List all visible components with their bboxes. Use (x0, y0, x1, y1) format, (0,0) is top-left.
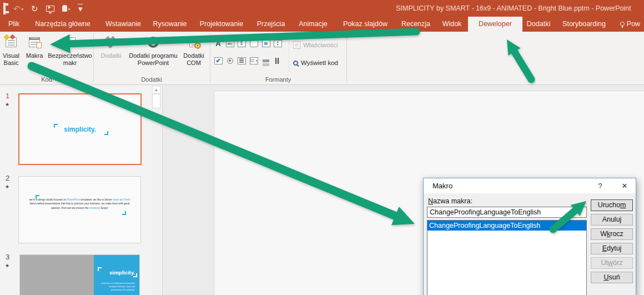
tab-pokaz-slajdow[interactable]: Pokaz slajdów (338, 17, 393, 32)
save-icon[interactable] (3, 4, 6, 13)
macro-list-item-selected[interactable]: ChangeProofingLanguageToEnglish (427, 221, 586, 231)
slide-thumbnail-1[interactable]: simplicity. (18, 93, 142, 165)
scrollbar-icon[interactable]: ▲▼ (273, 39, 282, 48)
customize-qat-icon[interactable]: ▾ (78, 4, 83, 13)
group-separator (346, 33, 347, 82)
combobox-icon[interactable]: ▼ (249, 56, 258, 65)
tab-widok[interactable]: Widok (437, 17, 466, 32)
tab-projektowanie[interactable]: Projektowanie (194, 17, 249, 32)
anuluj-button[interactable]: Anuluj (591, 214, 633, 226)
wyswietl-kod-button[interactable]: Wyświetl kod (293, 57, 338, 68)
lightbulb-icon (620, 22, 625, 26)
wlasciwosci-button: Właściwości (293, 39, 338, 51)
formanty-divider (289, 37, 289, 72)
macro-name-label: Nazwa makra: (428, 197, 472, 205)
spin-button-icon[interactable]: ▲▼ (237, 39, 246, 48)
formanty-group-label: Formanty (210, 76, 346, 83)
tab-przejscia[interactable]: Przejścia (252, 17, 290, 32)
powerpoint-add-ins-icon (127, 33, 180, 51)
ribbon: Visual Basic Makra Bezpieczeństwo makr K… (0, 32, 644, 85)
makra-button[interactable]: Makra (22, 33, 47, 82)
thumbnail-scrollbar[interactable]: ▲ (152, 85, 161, 295)
com-add-ins-icon (180, 33, 208, 51)
undo-icon[interactable]: ↶▾ (13, 4, 23, 13)
usun-button[interactable]: Usuń (591, 272, 633, 283)
add-ins-icon (97, 33, 125, 51)
group-separator (93, 33, 94, 82)
macros-icon (22, 33, 47, 51)
visual-basic-icon (1, 33, 21, 51)
scrollbar-up-arrow-icon[interactable]: ▲ (152, 86, 160, 93)
title-bar: ↶▾ ↻ ▾ ▾ SIMPLICITY by SMART - 16x9 - AN… (0, 0, 644, 17)
powerpoint-window: ↶▾ ↻ ▾ ▾ SIMPLICITY by SMART - 16x9 - AN… (0, 0, 644, 295)
tab-plik[interactable]: Plik (2, 17, 26, 32)
textbox-icon[interactable]: ab| (225, 39, 234, 48)
tab-powiedz-mi[interactable]: Pow (614, 17, 644, 32)
help-icon[interactable]: ? (593, 178, 607, 193)
animation-star-icon: ★ (5, 263, 9, 268)
window-title: SIMPLICITY by SMART - 16x9 - ANIMATED - … (383, 0, 644, 17)
dodatki-com-button[interactable]: Dodatki COM (180, 33, 208, 82)
scrollbar-thumb[interactable] (152, 94, 160, 108)
tab-wstawianie[interactable]: Wstawianie (100, 17, 147, 32)
touch-mouse-mode-icon[interactable]: ▾ (62, 4, 71, 13)
animation-star-icon: ★ (5, 184, 9, 189)
dialog-title-bar[interactable]: Makro ? ✕ (424, 178, 636, 193)
start-slideshow-icon[interactable] (46, 4, 54, 13)
dialog-title: Makro (432, 178, 452, 193)
slide-number: 3 (6, 253, 9, 261)
checkbox-icon[interactable]: ✔ (214, 56, 223, 65)
visual-basic-button[interactable]: Visual Basic (1, 33, 21, 82)
wkrocz-button[interactable]: Wkrocz (591, 228, 633, 240)
group-separator (210, 33, 210, 82)
quick-access-toolbar: ↶▾ ↻ ▾ ▾ (3, 0, 83, 17)
close-icon[interactable]: ✕ (615, 178, 634, 193)
listbox-icon[interactable] (237, 56, 246, 65)
view-code-icon (293, 61, 298, 66)
bezpieczenstwo-makr-button[interactable]: Bezpieczeństwo makr (48, 33, 92, 82)
frame-icon[interactable] (261, 56, 270, 65)
option-button-icon[interactable] (225, 56, 234, 65)
tab-animacje[interactable]: Animacje (293, 17, 333, 32)
slide-thumbnail-panel: 1 ★ simplicity. 2 ★ we're a design studi… (0, 85, 163, 295)
tab-dodatki[interactable]: Dodatki (522, 17, 555, 32)
utworz-button: Utwórz (591, 257, 633, 269)
more-controls-icon[interactable]: . (273, 56, 282, 65)
tab-recenzja[interactable]: Recenzja (396, 17, 435, 32)
slide-thumbnail-2[interactable]: we're a design studio focused on PowerPo… (18, 176, 141, 243)
animation-star-icon: ★ (5, 102, 9, 107)
image-control-icon[interactable] (261, 39, 270, 48)
tab-deweloper[interactable]: Deweloper (468, 17, 522, 32)
dodatki-button-disabled: Dodatki (97, 33, 125, 82)
makro-dialog: Makro ? ✕ Nazwa makra: ChangeProofingLan… (423, 178, 636, 295)
macro-security-icon (48, 33, 92, 51)
tab-storyboarding[interactable]: Storyboarding (557, 17, 611, 32)
kod-group-label: Kod (0, 76, 93, 83)
tab-narzedzia-glowne[interactable]: Narzędzia główne (32, 17, 93, 32)
command-button-icon[interactable] (249, 39, 258, 48)
edytuj-button[interactable]: Edytuj (591, 243, 633, 254)
macro-list[interactable]: ChangeProofingLanguageToEnglish (427, 220, 587, 295)
label-icon[interactable]: A (214, 39, 223, 48)
uruchom-button[interactable]: Uruchom (591, 199, 633, 211)
slide-number: 1 (6, 92, 9, 100)
slide-number: 2 (6, 174, 9, 182)
macro-name-input[interactable]: ChangeProofingLanguageToEnglish (427, 207, 587, 218)
redo-icon[interactable]: ↻ (31, 4, 38, 13)
properties-icon (293, 41, 300, 49)
ribbon-tab-row: Plik Narzędzia główne Wstawianie Rysowan… (0, 17, 644, 32)
dodatki-group-label: Dodatki (93, 76, 210, 83)
slide-thumbnail-3[interactable]: simplicity. simplicity is a multipurpose… (19, 254, 140, 295)
tab-rysowanie[interactable]: Rysowanie (148, 17, 192, 32)
dodatki-programu-powerpoint-button[interactable]: Dodatki programu PowerPoint (127, 33, 180, 82)
